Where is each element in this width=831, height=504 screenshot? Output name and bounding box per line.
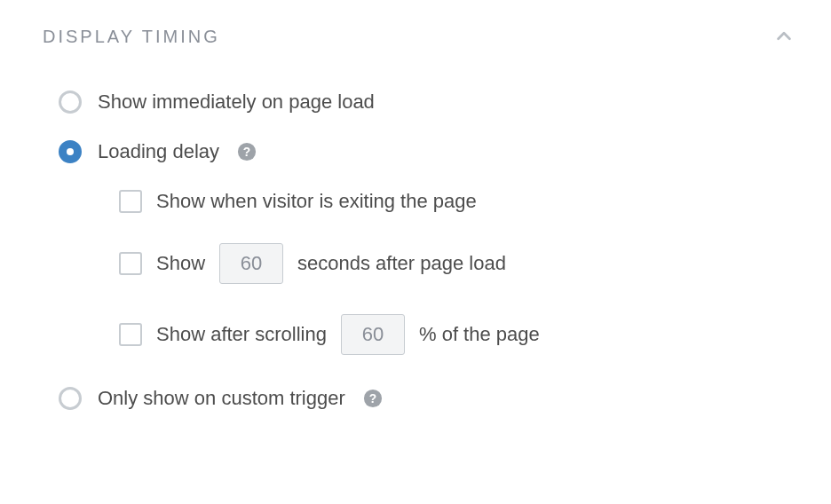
radio-loading-delay[interactable]	[59, 140, 82, 163]
seconds-prefix: Show	[156, 252, 205, 275]
option-loading-delay[interactable]: Loading delay ?	[59, 140, 795, 163]
checkbox-exit-intent[interactable]	[119, 190, 142, 213]
option-custom-trigger[interactable]: Only show on custom trigger ?	[59, 387, 795, 410]
chevron-up-icon[interactable]	[772, 25, 795, 48]
svg-text:?: ?	[243, 146, 250, 159]
checkbox-scroll-percent[interactable]	[119, 323, 142, 346]
checkbox-seconds-delay[interactable]	[119, 252, 142, 275]
sub-option-exit-intent[interactable]: Show when visitor is exiting the page	[119, 190, 795, 213]
option-label: Only show on custom trigger	[98, 387, 345, 410]
help-icon[interactable]: ?	[237, 142, 257, 161]
option-label: Loading delay	[98, 140, 219, 163]
sub-option-label: Show when visitor is exiting the page	[156, 190, 477, 213]
scroll-input[interactable]	[341, 314, 405, 355]
seconds-input[interactable]	[219, 243, 283, 284]
svg-text:?: ?	[369, 392, 376, 406]
section-header[interactable]: DISPLAY TIMING	[43, 25, 795, 48]
scroll-prefix: Show after scrolling	[156, 323, 327, 346]
display-timing-panel: DISPLAY TIMING Show immediately on page …	[0, 0, 831, 454]
option-show-immediately[interactable]: Show immediately on page load	[59, 91, 795, 114]
scroll-suffix: % of the page	[419, 323, 540, 346]
radio-show-immediately[interactable]	[59, 91, 82, 114]
option-label: Show immediately on page load	[98, 91, 375, 114]
sub-option-scroll-percent[interactable]: Show after scrolling % of the page	[119, 314, 795, 355]
help-icon[interactable]: ?	[363, 389, 383, 408]
seconds-suffix: seconds after page load	[297, 252, 506, 275]
options-list: Show immediately on page load Loading de…	[43, 91, 795, 410]
radio-custom-trigger[interactable]	[59, 387, 82, 410]
loading-delay-sub-options: Show when visitor is exiting the page Sh…	[59, 190, 795, 355]
section-title: DISPLAY TIMING	[43, 27, 220, 47]
sub-option-seconds-delay[interactable]: Show seconds after page load	[119, 243, 795, 284]
